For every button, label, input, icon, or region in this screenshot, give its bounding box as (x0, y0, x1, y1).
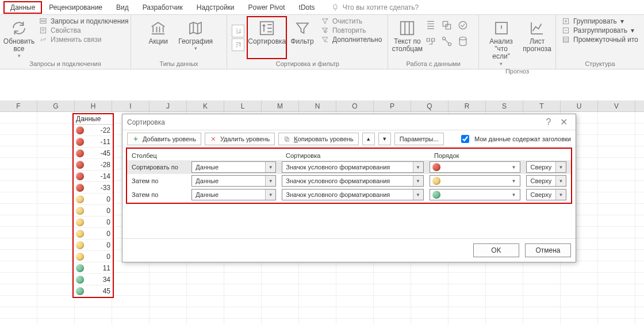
data-row[interactable]: 0 (74, 216, 113, 228)
filter-button[interactable]: Фильтр (287, 16, 317, 59)
group-sortfilter-label: Сортировка и фильтр (229, 59, 385, 69)
tell-me-search[interactable]: Что вы хотите сделать? (322, 3, 419, 11)
sort-position-combo[interactable]: Сверху▼ (526, 161, 566, 173)
tab-powerpivot[interactable]: Power Pivot (241, 1, 292, 14)
sort-on-combo[interactable]: Значок условного форматирования▼ (282, 189, 423, 200)
column-header-K[interactable]: K (187, 100, 224, 111)
data-row[interactable]: 0 (74, 251, 113, 262)
data-row[interactable]: 11 (74, 262, 113, 274)
geography-button[interactable]: География ▾ (175, 16, 216, 59)
sort-on-combo[interactable]: Значок условного форматирования▼ (282, 175, 423, 187)
data-row[interactable]: -11 (74, 136, 113, 148)
manage-datamodel-button[interactable] (457, 36, 471, 49)
sort-position-combo[interactable]: Сверху▼ (526, 189, 566, 200)
sort-column-combo[interactable]: Данные▼ (191, 189, 276, 200)
sort-icon-combo[interactable]: ▼ (430, 175, 521, 187)
tab-data[interactable]: Данные (3, 1, 42, 14)
group-rows-button[interactable]: Группировать ▾ (562, 17, 638, 25)
chevron-up-icon: ▲ (366, 136, 371, 142)
headers-checkbox-wrap[interactable]: Мои данные содержат заголовки (459, 133, 571, 145)
cop697-level-button[interactable]: Копировать уровень (278, 133, 359, 145)
add-level-button[interactable]: Добавить уровень (127, 133, 201, 145)
traffic-light-icon (76, 276, 84, 284)
relationships-button[interactable] (441, 36, 455, 49)
data-row[interactable]: 0 (74, 239, 113, 251)
column-header-T[interactable]: T (523, 100, 561, 111)
headers-checkbox[interactable] (461, 135, 469, 143)
data-row[interactable]: 34 (74, 274, 113, 285)
column-header-I[interactable]: I (112, 100, 150, 111)
sort-icon-combo[interactable]: ▼ (430, 189, 521, 200)
data-row[interactable]: 0 (74, 194, 113, 205)
column-header-G[interactable]: G (37, 100, 75, 111)
column-header-R[interactable]: R (448, 100, 486, 111)
clear-filter-button[interactable]: Очистить (321, 17, 382, 25)
data-row[interactable]: 0 (74, 228, 113, 239)
data-row[interactable]: 45 (74, 285, 113, 297)
column-header-S[interactable]: S (486, 100, 523, 111)
data-row[interactable]: -33 (74, 182, 113, 194)
sort-button[interactable]: Сортировка (247, 16, 287, 59)
dialog-titlebar[interactable]: Сортировка ? ✕ (122, 114, 576, 130)
sort-column-combo[interactable]: Данные▼ (191, 161, 276, 173)
sort-asc-button[interactable] (232, 25, 244, 37)
data-column-header[interactable]: Данные (74, 114, 113, 125)
sort-desc-icon (234, 41, 242, 49)
column-header-P[interactable]: P (374, 100, 411, 111)
ok-button[interactable]: OK (473, 243, 519, 257)
column-header-V[interactable]: V (598, 100, 635, 111)
edit-links-button[interactable]: Изменить связи (39, 36, 129, 44)
refresh-all-button[interactable]: Обновить все ▾ (2, 16, 36, 59)
tab-view[interactable]: Вид (109, 1, 136, 14)
delete-level-button[interactable]: Удалить уровень (205, 133, 275, 145)
options-label: Параметры... (400, 136, 439, 142)
reapply-filter-button[interactable]: Повторить (321, 26, 382, 34)
dialog-close-button[interactable]: ✕ (556, 117, 571, 127)
data-row[interactable]: -14 (74, 171, 113, 182)
advanced-filter-button[interactable]: Дополнительно (321, 36, 382, 44)
sort-desc-button[interactable] (232, 38, 244, 51)
column-header-F[interactable]: F (0, 100, 37, 111)
column-header-J[interactable]: J (150, 100, 187, 111)
data-validation-button[interactable] (457, 20, 471, 33)
column-header-L[interactable]: L (224, 100, 262, 111)
column-header-O[interactable]: O (336, 100, 374, 111)
tab-addins[interactable]: Надстройки (190, 1, 241, 14)
sort-column-combo[interactable]: Данные▼ (191, 175, 276, 187)
stocks-button[interactable]: Акции (141, 16, 175, 59)
column-header-Q[interactable]: Q (411, 100, 448, 111)
column-header-N[interactable]: N (299, 100, 336, 111)
column-header-M[interactable]: M (262, 100, 299, 111)
data-cell-value: 0 (84, 241, 113, 249)
flash-fill-button[interactable] (425, 20, 439, 33)
dialog-help-button[interactable]: ? (541, 117, 556, 127)
whatif-button[interactable]: Анализ "что если" ▾ (481, 16, 521, 67)
tab-tdots[interactable]: tDots (292, 1, 322, 14)
properties-button[interactable]: Свойства (39, 26, 129, 34)
move-up-button[interactable]: ▲ (362, 133, 375, 145)
queries-connections-button[interactable]: Запросы и подключения (39, 17, 129, 25)
tab-review[interactable]: Рецензирование (42, 1, 109, 14)
column-header-H[interactable]: H (75, 100, 112, 111)
sort-icon-combo[interactable]: ▼ (430, 161, 521, 173)
cancel-button[interactable]: Отмена (525, 243, 571, 257)
sort-on-combo[interactable]: Значок условного форматирования▼ (282, 161, 423, 173)
sort-position-combo[interactable]: Сверху▼ (526, 175, 566, 187)
text-to-columns-button[interactable]: Текст по столбцам (390, 16, 424, 59)
data-row[interactable]: 0 (74, 205, 113, 216)
forecast-sheet-button[interactable]: Лист прогноза (521, 16, 553, 67)
consolidate-button[interactable] (425, 36, 439, 49)
data-cell-value: 0 (84, 218, 113, 226)
remove-duplicates-button[interactable] (441, 20, 455, 33)
data-cell-value: 0 (84, 253, 113, 261)
data-row[interactable]: -45 (74, 148, 113, 159)
ungroup-button[interactable]: Разгруппировать ▾ (562, 26, 638, 34)
data-row[interactable]: -28 (74, 159, 113, 171)
data-row[interactable]: -22 (74, 125, 113, 136)
move-down-button[interactable]: ▼ (378, 133, 391, 145)
subtotal-button[interactable]: Промежуточный ито (562, 36, 638, 44)
column-header-U[interactable]: U (561, 100, 598, 111)
sort-levels-highlight: Столбец Сортировка Порядок Сортировать п… (126, 148, 572, 204)
tab-developer[interactable]: Разработчик (136, 1, 190, 14)
sort-options-button[interactable]: Параметры... (394, 133, 444, 145)
